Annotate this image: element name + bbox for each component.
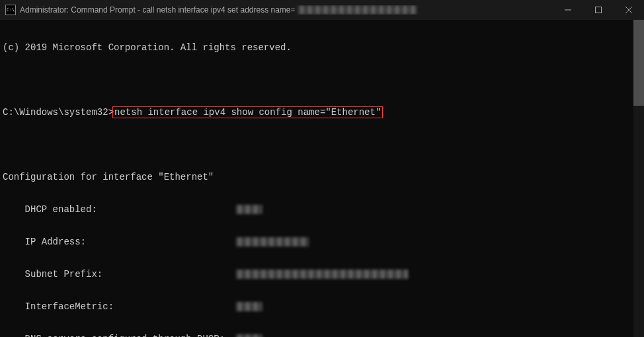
redacted-value [236, 270, 408, 279]
prompt: C:\Windows\system32> [3, 107, 114, 118]
config-row: IP Address: [3, 237, 641, 248]
window-title: Administrator: Command Prompt - call net… [20, 5, 553, 15]
window-controls [553, 0, 644, 20]
blank-line [3, 75, 641, 86]
terminal-output[interactable]: (c) 2019 Microsoft Corporation. All righ… [0, 20, 644, 337]
vertical-scrollbar[interactable] [633, 20, 644, 337]
config-row: DHCP enabled: [3, 204, 641, 215]
close-button[interactable] [614, 0, 644, 20]
blank-line [3, 139, 641, 151]
window-title-text: Administrator: Command Prompt - call net… [20, 5, 296, 15]
config-label: IP Address: [3, 237, 236, 247]
redacted-value [236, 334, 262, 337]
config-row: Subnet Prefix: [3, 269, 641, 280]
minimize-button[interactable] [553, 0, 583, 20]
svg-rect-1 [596, 7, 602, 13]
redacted-value [236, 237, 309, 246]
config-row: InterfaceMetric: [3, 301, 641, 313]
config-label: DHCP enabled: [3, 204, 236, 215]
command-line-1: C:\Windows\system32>netsh interface ipv4… [3, 107, 641, 118]
config-label: InterfaceMetric: [3, 301, 236, 312]
command-highlighted: netsh interface ipv4 show config name="E… [112, 106, 383, 118]
config-row: DNS servers configured through DHCP: [3, 334, 641, 337]
cmd-icon: C:\ [5, 5, 16, 15]
config-label: Subnet Prefix: [3, 269, 236, 280]
config-header: Configuration for interface "Ethernet" [3, 172, 641, 183]
window-titlebar: C:\ Administrator: Command Prompt - call… [0, 0, 644, 20]
maximize-button[interactable] [583, 0, 614, 20]
redacted-title [298, 5, 417, 15]
scrollbar-thumb[interactable] [633, 20, 644, 106]
redacted-value [236, 205, 262, 214]
copyright-line: (c) 2019 Microsoft Corporation. All righ… [3, 42, 641, 54]
redacted-value [236, 302, 262, 311]
config-label: DNS servers configured through DHCP: [3, 334, 236, 337]
